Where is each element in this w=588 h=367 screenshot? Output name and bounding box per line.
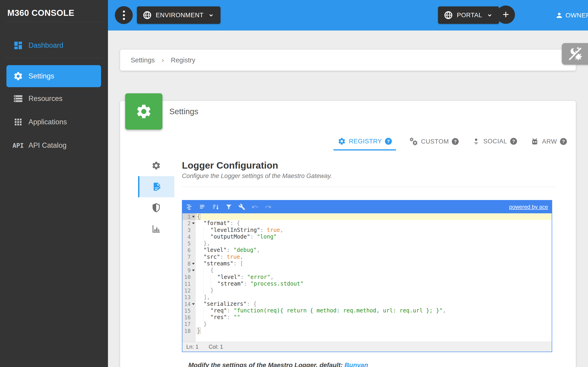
gutter-line-number[interactable]: 4 <box>182 234 196 240</box>
gutter-line-number[interactable]: 15 <box>182 307 196 314</box>
gutter-line-number[interactable]: 12 <box>182 287 196 294</box>
fold-arrow-icon[interactable] <box>192 269 195 271</box>
sidebar-item-dashboard[interactable]: Dashboard <box>0 36 108 55</box>
help-icon[interactable]: ? <box>385 138 392 145</box>
tab-registry[interactable]: REGISTRY ? <box>334 137 396 150</box>
nav-item-logger[interactable] <box>138 176 174 197</box>
editor-code[interactable]: { "format": { "levelInString": true, "ou… <box>196 213 552 342</box>
code-line[interactable]: } <box>196 321 552 327</box>
theme-toggle-button[interactable] <box>562 43 588 65</box>
gutter-line-number[interactable]: 3 <box>182 227 196 234</box>
code-line[interactable]: "serializers": { <box>196 301 552 307</box>
sidebar-item-settings[interactable]: Settings <box>6 65 101 87</box>
tab-social[interactable]: SOCIAL ? <box>472 137 517 149</box>
gutter-line-number[interactable]: 11 <box>182 281 196 287</box>
sidebar-item-label: Resources <box>28 94 62 103</box>
tab-arw[interactable]: ARW ? <box>530 137 567 150</box>
sidebar-item-resources[interactable]: Resources <box>0 89 108 108</box>
undo-icon[interactable] <box>251 203 258 210</box>
repair-icon[interactable] <box>238 203 245 210</box>
code-line[interactable]: "stream": "process.stdout" <box>196 281 552 287</box>
redo-icon[interactable] <box>265 203 271 210</box>
servers-icon <box>13 93 23 104</box>
code-line[interactable]: { <box>196 267 552 274</box>
code-line[interactable]: "outputMode": "long" <box>196 234 552 240</box>
sidebar-item-applications[interactable]: Applications <box>0 112 108 132</box>
fold-arrow-icon[interactable] <box>192 223 195 224</box>
environment-label: ENVIRONMENT <box>156 12 204 19</box>
environment-dropdown[interactable]: ENVIRONMENT <box>137 6 221 24</box>
gutter-line-number[interactable]: 10 <box>182 274 196 281</box>
sort-icon[interactable] <box>212 203 219 210</box>
shield-icon <box>151 203 161 213</box>
owner-label: OWNER <box>565 12 588 19</box>
gear-icon <box>13 71 23 81</box>
nav-item-security[interactable] <box>138 197 174 218</box>
sidebar-item-label: Settings <box>28 72 54 80</box>
nav-item-general[interactable] <box>138 155 174 176</box>
code-line[interactable]: "level": "debug", <box>196 247 552 253</box>
code-line[interactable]: "level": "error", <box>196 274 552 281</box>
gutter-line-number[interactable]: 16 <box>182 314 196 321</box>
breadcrumb-registry: Registry <box>171 56 195 64</box>
gutter-line-number[interactable]: 8 <box>182 260 196 267</box>
section-divider <box>182 187 557 187</box>
breadcrumb: Settings › Registry <box>120 50 576 71</box>
person-icon <box>555 11 563 19</box>
sidebar-item-api-catalog[interactable]: API API Catalog <box>0 136 108 155</box>
globe-icon <box>143 11 152 19</box>
kebab-menu-button[interactable] <box>115 6 133 24</box>
code-line[interactable]: } <box>196 287 552 294</box>
tab-label: ARW <box>542 138 557 145</box>
settings-section-nav <box>138 155 174 240</box>
cursor-line-indicator: Ln: 1 <box>186 344 199 350</box>
powered-by-ace-link[interactable]: powered by ace <box>509 204 548 210</box>
code-line[interactable]: "streams": [ <box>196 260 552 267</box>
breadcrumb-settings[interactable]: Settings <box>131 56 155 64</box>
help-icon[interactable]: ? <box>510 138 517 145</box>
code-line[interactable]: { <box>196 213 552 220</box>
help-icon[interactable]: ? <box>560 138 567 145</box>
gutter-line-number[interactable]: 14 <box>182 301 196 307</box>
sidebar-item-label: API Catalog <box>28 141 66 150</box>
code-line[interactable]: } <box>196 327 552 334</box>
owner-menu[interactable]: OWNER <box>555 0 588 31</box>
format-icon[interactable] <box>186 203 193 210</box>
editor-body[interactable]: 123456789101112131415161718 { "format": … <box>182 213 552 342</box>
filter-icon[interactable] <box>225 203 232 210</box>
globe-icon <box>444 11 453 19</box>
gutter-line-number[interactable]: 5 <box>182 240 196 247</box>
code-line[interactable]: ], <box>196 294 552 301</box>
code-line[interactable]: "req": "function(req){ return { method: … <box>196 307 552 314</box>
gutter-line-number[interactable]: 2 <box>182 220 196 227</box>
settings-tile <box>125 93 162 130</box>
code-line[interactable]: "format": { <box>196 220 552 227</box>
help-icon[interactable]: ? <box>452 138 459 145</box>
gutter-line-number[interactable]: 13 <box>182 294 196 301</box>
gutter-line-number[interactable]: 6 <box>182 247 196 253</box>
portal-dropdown[interactable]: PORTAL <box>438 6 499 24</box>
fold-arrow-icon[interactable] <box>192 263 195 265</box>
cursor-col-indicator: Col: 1 <box>208 344 223 350</box>
editor-toolbar: powered by ace <box>182 200 552 213</box>
code-line[interactable]: }, <box>196 240 552 247</box>
fold-arrow-icon[interactable] <box>192 303 195 305</box>
tab-custom[interactable]: CUSTOM ? <box>409 137 459 150</box>
chevron-down-icon <box>486 12 493 19</box>
compact-icon[interactable] <box>199 203 206 210</box>
gutter-line-number[interactable]: 18 <box>182 327 196 334</box>
bunyan-link[interactable]: Bunyan <box>345 361 368 367</box>
person-icon <box>472 137 480 145</box>
gutter-line-number[interactable]: 7 <box>182 254 196 260</box>
gutter-line-number[interactable]: 9 <box>182 267 196 274</box>
code-line[interactable]: "levelInString": true, <box>196 227 552 234</box>
code-line[interactable]: "src": true, <box>196 254 552 260</box>
add-button[interactable]: + <box>497 6 515 24</box>
day-night-icon <box>562 45 584 63</box>
tab-label: SOCIAL <box>483 138 507 145</box>
gutter-line-number[interactable]: 1 <box>182 213 196 220</box>
nav-item-analytics[interactable] <box>138 218 174 240</box>
fold-arrow-icon[interactable] <box>192 216 195 218</box>
gutter-line-number[interactable]: 17 <box>182 321 196 327</box>
code-line[interactable]: "res": "" <box>196 314 552 321</box>
